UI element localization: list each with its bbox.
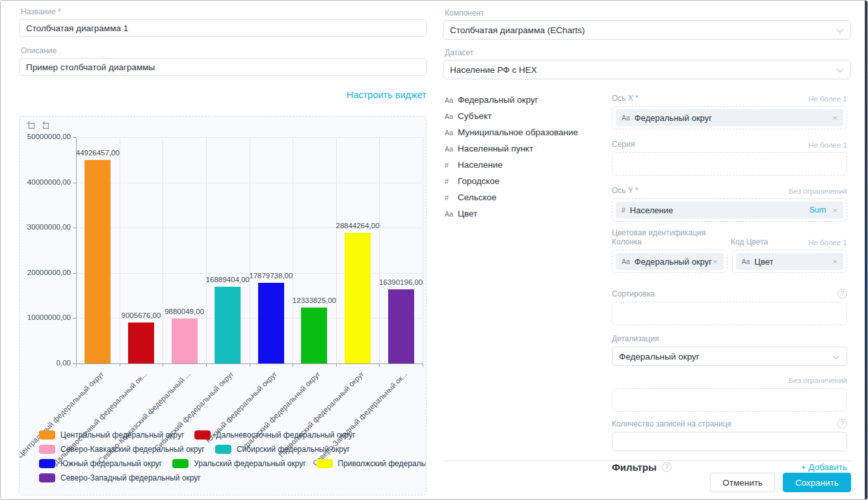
no-limit-label: Без ограничений <box>789 376 847 384</box>
right-edge-scrollbar[interactable] <box>865 1 867 499</box>
bar[interactable] <box>215 287 241 363</box>
bar[interactable] <box>388 289 414 363</box>
color-code-label: Код Цвета <box>731 237 768 246</box>
field-item[interactable]: #Население <box>445 160 607 176</box>
bar-value-label: 44926457,00 <box>55 149 140 157</box>
legend-item[interactable]: Южный федеральный округ <box>39 459 162 468</box>
legend-item[interactable]: Центральный федеральный округ <box>39 430 184 440</box>
close-icon[interactable]: × <box>832 257 837 267</box>
detail-select[interactable]: Федеральный округ <box>612 347 847 366</box>
add-filter-button[interactable]: + Добавить <box>801 462 847 472</box>
save-button[interactable]: Сохранить <box>783 473 851 492</box>
bar[interactable] <box>85 160 111 363</box>
chip-label: Население <box>630 205 673 215</box>
legend-marker <box>39 459 55 468</box>
component-value: Столбчатая диаграмма (ECharts) <box>450 25 585 35</box>
string-type-icon: Aa <box>445 112 458 120</box>
x-axis-label: Ось X * <box>612 94 638 103</box>
y-axis-dropzone[interactable]: # Население Sum × <box>612 198 847 222</box>
field-item-label: Население <box>458 160 503 170</box>
field-item[interactable]: #Городское <box>445 176 607 192</box>
bar[interactable] <box>128 322 154 363</box>
field-item[interactable]: #Сельское <box>445 192 607 209</box>
field-item[interactable]: AaЦвет <box>445 209 607 225</box>
legend-item[interactable]: Приволжский федеральный округ <box>317 459 427 468</box>
x-axis-chip[interactable]: Aa Федеральный округ × <box>616 109 843 126</box>
string-type-icon: Aa <box>445 145 458 153</box>
bar-value-label: 28844264,00 <box>315 222 400 230</box>
field-item[interactable]: AaНаселенный пункт <box>445 144 607 160</box>
string-type-icon: Aa <box>445 210 458 218</box>
records-per-page-input[interactable] <box>612 432 847 451</box>
number-type-icon: # <box>622 206 625 214</box>
y-axis-tick-label: 20000000,00 <box>19 269 71 276</box>
legend-item[interactable]: Дальневосточный федеральный округ <box>194 430 355 440</box>
bar[interactable] <box>172 319 198 363</box>
help-icon[interactable]: ? <box>837 419 847 428</box>
chip-label: Федеральный округ <box>635 113 712 123</box>
field-item-label: Цвет <box>458 209 477 218</box>
field-item-label: Городское <box>458 176 499 186</box>
sorting-dropzone[interactable] <box>612 302 847 325</box>
legend-label: Северо-Западный федеральный округ <box>60 473 201 482</box>
chart-legend: Центральный федеральный округДальневосто… <box>39 430 427 488</box>
series-limit: Не более 1 <box>808 141 847 149</box>
help-icon[interactable]: ? <box>837 289 847 298</box>
field-item[interactable]: AaСубъект <box>445 111 607 127</box>
field-item[interactable]: AaФедеральный округ <box>445 95 607 111</box>
bar-value-label: 12333825,00 <box>272 296 356 304</box>
legend-label: Уральский федеральный округ <box>194 459 306 468</box>
footer-divider <box>443 460 851 461</box>
help-icon[interactable]: ? <box>662 462 672 472</box>
chevron-down-icon <box>836 29 844 34</box>
cancel-button[interactable]: Отменить <box>710 473 775 492</box>
legend-label: Центральный федеральный округ <box>60 430 184 440</box>
legend-item[interactable]: Сибирский федеральный округ <box>215 445 350 454</box>
close-icon[interactable]: × <box>713 257 718 267</box>
bar[interactable] <box>345 233 371 363</box>
legend-marker <box>39 430 55 440</box>
y-axis-line <box>76 137 77 363</box>
color-code-chip[interactable]: Aa Цвет × <box>736 253 844 270</box>
field-item[interactable]: AaМуниципальное образование <box>445 127 607 144</box>
configure-widget-link[interactable]: Настроить виджет <box>347 90 427 100</box>
aggregation-badge[interactable]: Sum <box>809 205 833 215</box>
component-select[interactable]: Столбчатая диаграмма (ECharts) <box>443 20 851 40</box>
color-code-dropzone[interactable]: Aa Цвет × <box>732 250 848 273</box>
string-type-icon: Aa <box>622 257 630 265</box>
bar-value-label: 9880049,00 <box>142 308 227 315</box>
gridline <box>163 137 163 363</box>
legend-label: Дальневосточный федеральный округ <box>216 430 355 440</box>
name-input[interactable] <box>19 19 427 37</box>
dataset-select[interactable]: Население РФ с HEX <box>443 60 851 79</box>
legend-item[interactable]: Северо-Кавказский федеральный округ <box>39 445 205 454</box>
legend-item[interactable]: Северо-Западный федеральный округ <box>39 473 201 482</box>
string-type-icon: Aa <box>445 96 458 104</box>
field-item-label: Субъект <box>458 111 492 121</box>
legend-marker <box>215 445 231 454</box>
extra-dropzone[interactable] <box>612 388 847 412</box>
y-axis-tick-label: 10000000,00 <box>19 313 71 321</box>
legend-label: Южный федеральный округ <box>60 459 162 468</box>
description-label: Описание <box>21 46 427 55</box>
string-type-icon: Aa <box>622 114 630 122</box>
legend-label: Приволжский федеральный округ <box>338 459 427 468</box>
x-axis-dropzone[interactable]: Aa Федеральный округ × <box>612 106 847 129</box>
close-icon[interactable]: × <box>832 205 837 215</box>
gridline <box>250 137 250 363</box>
widget-editor-dialog: Название * Описание Настроить виджет <box>0 0 868 500</box>
bar[interactable] <box>301 308 327 363</box>
widget-config-panel: Ось X * Не более 1 Aa Федеральный округ … <box>612 94 847 473</box>
dataset-label: Датасет <box>445 48 851 57</box>
color-column-dropzone[interactable]: Aa Федеральный округ × <box>612 250 728 273</box>
legend-marker <box>317 459 333 468</box>
sorting-label: Сортировка <box>612 289 655 298</box>
close-icon[interactable]: × <box>832 113 837 123</box>
bar[interactable] <box>258 283 284 363</box>
legend-item[interactable]: Уральский федеральный округ <box>172 459 306 468</box>
description-input[interactable] <box>19 58 427 76</box>
series-dropzone[interactable] <box>612 152 847 176</box>
color-column-chip[interactable]: Aa Федеральный округ × <box>616 253 724 270</box>
y-axis-chip[interactable]: # Население Sum × <box>616 202 843 218</box>
x-axis-line <box>76 363 423 364</box>
